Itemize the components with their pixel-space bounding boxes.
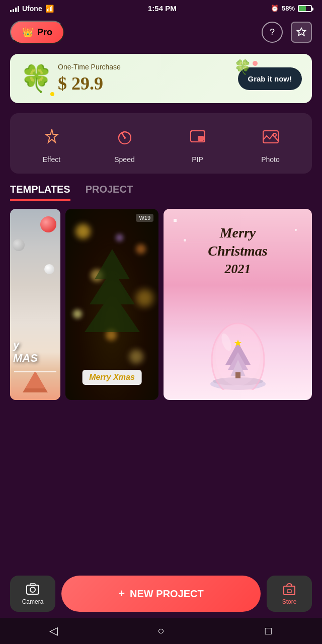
svg-rect-23 (287, 590, 291, 593)
nav-icons: ? (262, 22, 312, 43)
template1-partial-text: yMAS (13, 339, 38, 365)
template-preview-2: W19 Merry Xmas (65, 209, 158, 400)
template2-text: Merry Xmas (89, 373, 135, 381)
battery-percent: 58% (282, 5, 295, 12)
template-preview-3: Merry Christmas 2021 (164, 209, 312, 400)
help-icon: ? (270, 27, 275, 38)
crown-icon: 👑 (22, 27, 33, 38)
status-bar: Ufone 📶 1:54 PM ⏰ 58% (0, 0, 322, 17)
tab-project[interactable]: PROJECT (86, 184, 133, 201)
store-label: Store (282, 598, 297, 605)
camera-label: Camera (22, 598, 44, 605)
new-project-label: NEW PROJECT (130, 588, 204, 600)
speed-label: Speed (114, 155, 134, 164)
template1-tree (23, 372, 48, 397)
tabs-section: TEMPLATES PROJECT (0, 184, 322, 201)
signal-icon (10, 5, 19, 12)
tool-pip[interactable]: PIP (184, 123, 211, 164)
new-project-button[interactable]: + NEW PROJECT (61, 576, 261, 612)
system-nav-bar: ◁ ○ □ (0, 618, 322, 644)
back-button[interactable]: ◁ (39, 621, 69, 641)
pro-label: Pro (37, 27, 52, 38)
template-card-3[interactable]: Merry Christmas 2021 (164, 209, 312, 400)
alarm-icon: ⏰ (271, 5, 279, 12)
photo-label: Photo (261, 155, 280, 164)
status-left: Ufone 📶 (10, 5, 54, 13)
clover-icon: 🍀 (20, 63, 53, 94)
template2-overlay: Merry Xmas (82, 370, 142, 385)
store-icon (282, 582, 296, 596)
camera-button[interactable]: Camera (10, 576, 55, 612)
promo-dot-pink (253, 61, 258, 66)
photo-icon (257, 123, 284, 150)
pro-badge-button[interactable]: 👑 Pro (10, 21, 64, 44)
pip-label: PIP (192, 155, 203, 164)
promo-text: One-Time Purchase $ 29.9 (58, 63, 233, 94)
camera-icon (26, 582, 40, 596)
effect-icon (38, 123, 65, 150)
promo-dot-yellow (50, 92, 54, 96)
tool-speed[interactable]: Speed (111, 123, 138, 164)
svg-rect-19 (27, 585, 39, 594)
svg-marker-0 (297, 28, 306, 36)
promo-title: One-Time Purchase (58, 63, 233, 71)
plus-icon: + (118, 587, 125, 600)
template3-dome (205, 314, 271, 390)
promo-price: $ 29.9 (58, 73, 233, 94)
home-button[interactable]: ○ (146, 621, 176, 641)
top-nav: 👑 Pro ? (0, 17, 322, 50)
promo-banner: 🍀 One-Time Purchase $ 29.9 🍀 Grab it now… (10, 54, 312, 103)
template2-badge: W19 (136, 214, 153, 222)
template-preview-1: yMAS (10, 209, 60, 400)
template-card-2[interactable]: W19 Merry Xmas (65, 209, 158, 400)
recents-button[interactable]: □ (253, 621, 283, 641)
speed-icon (111, 123, 138, 150)
tabs-row: TEMPLATES PROJECT (10, 184, 312, 201)
template3-title: Merry Christmas 2021 (164, 224, 312, 278)
tools-section: Effect Speed PIP (10, 113, 312, 174)
tmpl2-tree-silhouette (77, 249, 147, 332)
svg-point-7 (273, 133, 276, 136)
battery-icon (298, 5, 312, 12)
svg-point-2 (124, 137, 126, 139)
clover-right-icon: 🍀 (234, 59, 252, 75)
tool-photo[interactable]: Photo (257, 123, 284, 164)
clock: 1:54 PM (148, 4, 177, 13)
pip-icon (184, 123, 211, 150)
carrier-label: Ufone (22, 5, 42, 13)
status-right: ⏰ 58% (271, 5, 312, 12)
tool-effect[interactable]: Effect (38, 123, 65, 164)
svg-rect-22 (284, 586, 295, 595)
svg-rect-17 (235, 372, 240, 378)
tab-templates[interactable]: TEMPLATES (10, 184, 70, 201)
effect-label: Effect (43, 155, 61, 164)
wifi-icon: 📶 (45, 5, 54, 13)
templates-grid: yMAS (0, 209, 322, 400)
store-button[interactable]: Store (267, 576, 312, 612)
template-card-1[interactable]: yMAS (10, 209, 60, 400)
settings-button[interactable] (291, 22, 312, 43)
settings-icon (296, 27, 306, 37)
help-button[interactable]: ? (262, 22, 283, 43)
svg-rect-4 (198, 136, 204, 141)
bottom-nav: Camera + NEW PROJECT Store (0, 570, 322, 618)
svg-point-20 (30, 587, 35, 592)
